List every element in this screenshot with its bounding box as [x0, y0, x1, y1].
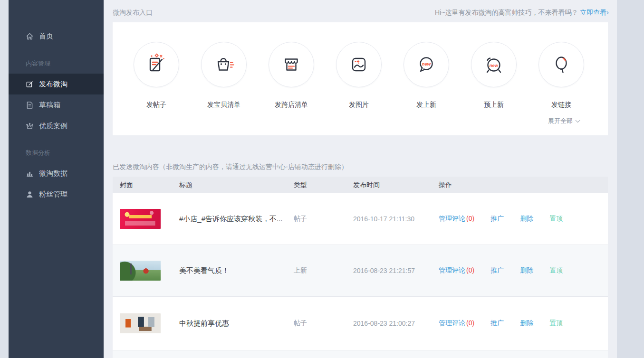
row-actions: 管理评论(0) 推广 删除 置顶	[432, 319, 608, 328]
cover-thumbnail	[120, 209, 161, 229]
entry-label: 发图片	[325, 101, 393, 109]
col-header-cover: 封面	[113, 181, 172, 189]
cover-thumbnail	[120, 261, 161, 281]
sidebar-item-label: 首页	[39, 32, 53, 41]
post-icon	[134, 42, 179, 87]
delete-link[interactable]: 删除	[520, 319, 533, 328]
col-header-time: 发布时间	[346, 181, 432, 189]
publish-time: 2016-10-17 21:11:30	[346, 215, 432, 223]
post-title: 美不美看气质！	[172, 266, 287, 275]
picture-icon	[336, 42, 382, 87]
entry-post[interactable]: 发帖子	[123, 42, 190, 109]
promote-link[interactable]: 推广	[490, 266, 504, 275]
sidebar-item-weitao-data[interactable]: 微淘数据	[9, 163, 104, 184]
document-icon	[26, 101, 34, 109]
sidebar-item-fans[interactable]: 粉丝管理	[9, 184, 104, 205]
sent-content-title: 已发送微淘内容（非微淘生产的内容，请通过无线运营中心-店铺动态进行删除）	[113, 163, 348, 171]
storefront-icon	[269, 42, 314, 87]
alarm-clock-new-icon: new	[471, 42, 517, 87]
svg-text:new: new	[490, 63, 499, 68]
publish-time: 2016-08-23 21:21:57	[346, 267, 432, 274]
crown-icon	[26, 122, 34, 130]
publish-time: 2016-08-23 21:00:27	[346, 320, 432, 327]
delete-link[interactable]: 删除	[520, 215, 533, 223]
publish-entry-panel: 发帖子 发宝贝清单	[113, 22, 608, 135]
post-title: 中秋提前享优惠	[172, 319, 287, 328]
sidebar-item-quality-cases[interactable]: 优质案例	[9, 115, 104, 136]
post-type: 上新	[287, 266, 346, 275]
entry-link[interactable]: 发链接	[528, 42, 595, 109]
post-type: 帖子	[287, 319, 346, 328]
row-actions: 管理评论(0) 推广 删除 置顶	[432, 215, 608, 223]
comment-count: (0)	[466, 215, 474, 222]
speech-bubble-new-icon: new	[404, 42, 449, 87]
sidebar-section-content-mgmt: 内容管理	[26, 59, 102, 68]
page-title: 微淘发布入口	[113, 9, 153, 17]
sidebar-item-label: 草稿箱	[39, 101, 60, 110]
sidebar-item-label: 微淘数据	[39, 169, 67, 178]
balloon-icon	[538, 42, 584, 87]
post-type: 帖子	[287, 215, 346, 223]
entry-label: 预上新	[460, 101, 528, 109]
comment-count: (0)	[466, 266, 474, 274]
entry-images[interactable]: 发图片	[325, 42, 393, 109]
entry-label: 发上新	[393, 101, 460, 109]
col-header-title: 标题	[172, 181, 287, 189]
entry-item-list[interactable]: 发宝贝清单	[190, 42, 258, 109]
manage-comments-link[interactable]: 管理评论(0)	[439, 319, 474, 328]
sidebar-item-label: 发布微淘	[39, 80, 67, 89]
table-row	[113, 350, 608, 358]
sidebar-item-label: 优质案例	[39, 122, 67, 131]
sent-content-table: 封面 标题 类型 发布时间 操作 #小店_#告诉你应该穿秋装，不... 帖子 2…	[113, 177, 608, 358]
sidebar-item-home[interactable]: 首页	[9, 26, 104, 47]
post-title: #小店_#告诉你应该穿秋装，不...	[172, 215, 287, 224]
entry-label: 发跨店清单	[258, 101, 325, 109]
bar-chart-icon	[26, 170, 34, 178]
user-icon	[26, 190, 34, 198]
table-row: 中秋提前享优惠 帖子 2016-08-23 21:00:27 管理评论(0) 推…	[113, 297, 608, 350]
entry-cross-store-list[interactable]: 发跨店清单	[258, 42, 325, 109]
table-row: #小店_#告诉你应该穿秋装，不... 帖子 2016-10-17 21:11:3…	[113, 193, 608, 245]
promote-link[interactable]: 推广	[490, 319, 504, 328]
shopping-bag-icon	[201, 42, 247, 87]
promo-link[interactable]: 立即查看	[580, 9, 606, 16]
sidebar-item-publish-weitao[interactable]: 发布微淘	[9, 74, 104, 94]
promote-link[interactable]: 推广	[490, 215, 504, 223]
entry-label: 发宝贝清单	[190, 101, 258, 109]
chevron-down-icon	[576, 118, 580, 122]
col-header-actions: 操作	[432, 181, 608, 189]
row-actions: 管理评论(0) 推广 删除 置顶	[432, 266, 608, 275]
table-row: 美不美看气质！ 上新 2016-08-23 21:21:57 管理评论(0) 推…	[113, 245, 608, 297]
pin-to-top-link[interactable]: 置顶	[549, 215, 563, 223]
cover-thumbnail	[120, 313, 161, 333]
delete-link[interactable]: 删除	[520, 266, 533, 275]
pin-to-top-link[interactable]: 置顶	[549, 266, 563, 275]
right-gutter	[617, 0, 644, 358]
col-header-type: 类型	[287, 181, 346, 189]
expand-all-button[interactable]: 展开全部	[548, 117, 578, 125]
promo-text: Hi~这里有发布微淘的高富帅技巧，不来看看吗？	[435, 9, 578, 16]
pin-to-top-link[interactable]: 置顶	[549, 319, 563, 328]
manage-comments-link[interactable]: 管理评论(0)	[439, 215, 474, 223]
sidebar-item-drafts[interactable]: 草稿箱	[9, 94, 104, 115]
chevron-right-icon: ›	[606, 9, 609, 16]
sidebar-item-label: 粉丝管理	[39, 190, 67, 199]
table-header: 封面 标题 类型 发布时间 操作	[113, 177, 608, 193]
sidebar-section-data-analysis: 数据分析	[26, 149, 102, 157]
svg-text:new: new	[422, 61, 431, 66]
manage-comments-link[interactable]: 管理评论(0)	[439, 266, 474, 275]
home-icon	[26, 32, 34, 40]
left-gutter	[0, 0, 9, 358]
comment-count: (0)	[466, 319, 474, 327]
entry-label: 发链接	[528, 101, 595, 109]
edit-icon	[26, 80, 34, 88]
weitao-admin-app: 首页 内容管理 发布微淘 草稿箱 优质案例 数据分析 微淘数	[0, 0, 644, 358]
entry-new-arrival[interactable]: new 发上新	[393, 42, 460, 109]
entry-pre-new[interactable]: new 预上新	[460, 42, 528, 109]
promo-banner: Hi~这里有发布微淘的高富帅技巧，不来看看吗？ 立即查看›	[435, 9, 609, 17]
entry-label: 发帖子	[123, 101, 190, 109]
sidebar: 首页 内容管理 发布微淘 草稿箱 优质案例 数据分析 微淘数	[9, 0, 104, 358]
